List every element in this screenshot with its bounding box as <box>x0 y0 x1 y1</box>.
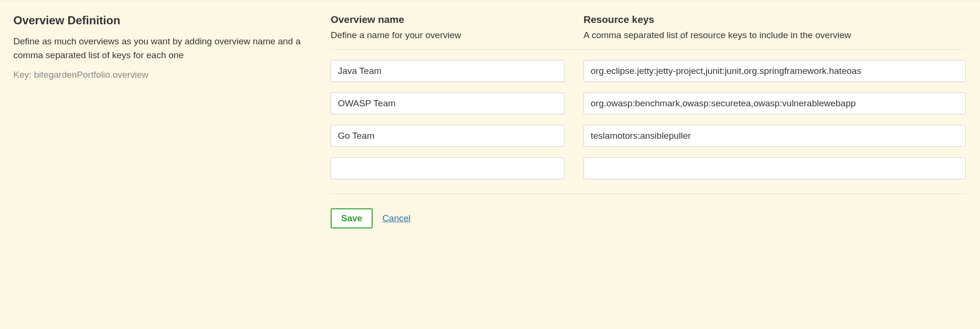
actions-divider <box>331 194 966 194</box>
overview-name-input[interactable] <box>331 157 564 179</box>
section-description: Define as much overviews as you want by … <box>13 35 312 62</box>
overview-name-title: Overview name <box>331 14 564 25</box>
overview-row <box>331 157 966 179</box>
overview-row <box>331 125 966 147</box>
cancel-link[interactable]: Cancel <box>382 213 410 224</box>
resource-keys-input[interactable] <box>584 157 966 179</box>
resource-keys-description: A comma separated list of resource keys … <box>584 30 966 41</box>
right-form-column: Overview name Define a name for your ove… <box>331 14 980 228</box>
column-headers: Overview name Define a name for your ove… <box>331 14 966 50</box>
resource-keys-input[interactable] <box>584 60 966 82</box>
resource-keys-input[interactable] <box>584 93 966 114</box>
save-button[interactable]: Save <box>331 208 373 228</box>
section-title: Overview Definition <box>13 14 312 27</box>
overview-name-input[interactable] <box>331 93 564 114</box>
overview-row <box>331 93 966 114</box>
overview-name-description: Define a name for your overview <box>331 30 564 41</box>
overview-name-input[interactable] <box>331 60 564 82</box>
section-key: Key: bitegardenPortfolio.overview <box>13 70 312 80</box>
resource-keys-title: Resource keys <box>584 14 966 25</box>
actions-row: Save Cancel <box>331 208 966 228</box>
overview-name-header: Overview name Define a name for your ove… <box>331 14 564 41</box>
overview-name-input[interactable] <box>331 125 564 147</box>
overview-row <box>331 60 966 82</box>
resource-keys-header: Resource keys A comma separated list of … <box>584 14 966 41</box>
overview-definition-panel: Overview Definition Define as much overv… <box>0 0 980 242</box>
resource-keys-input[interactable] <box>584 125 966 147</box>
left-info-column: Overview Definition Define as much overv… <box>13 14 331 228</box>
